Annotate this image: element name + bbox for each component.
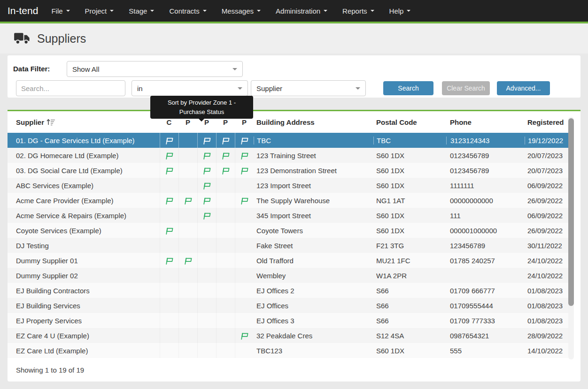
search-button[interactable]: Search	[383, 81, 433, 95]
cell-flag-p3	[216, 253, 235, 268]
flag-icon	[202, 137, 211, 145]
caret-down-icon	[407, 10, 410, 12]
table-row[interactable]: DJ TestingFake StreetF21 3TG12345678930/…	[8, 238, 568, 253]
cell-phone: 01709555444	[446, 302, 525, 310]
cell-supplier: EJ Property Services	[8, 317, 160, 325]
table-row[interactable]: EZ Care Ltd (Example)TBC123S60 1DX55514/…	[8, 343, 568, 358]
nav-menu-administration[interactable]: Administration	[268, 0, 335, 23]
cell-address: 123 Demonstration Street	[254, 167, 373, 175]
cell-postal: S66	[373, 317, 446, 325]
nav-menu-label: Messages	[222, 7, 254, 15]
cell-postal: S60 1DX	[373, 347, 446, 355]
table-header-row: SupplierCPPPPBuilding AddressPostal Code…	[8, 111, 568, 133]
data-filter-value: Show All	[72, 65, 100, 73]
nav-menu-help[interactable]: Help	[382, 0, 418, 23]
table-row[interactable]: Dummy Supplier 02WembleyW1A 2PR24/10/202…	[8, 268, 568, 283]
cell-flag-p3	[216, 148, 235, 163]
nav-menu-project[interactable]: Project	[77, 0, 122, 23]
table-row[interactable]: Dummy Supplier 01Old TraffordMU21 1FC017…	[8, 253, 568, 268]
cell-flag-c	[160, 193, 178, 208]
flag-icon	[202, 167, 211, 175]
table-row[interactable]: 03. DG Social Care Ltd (Example)123 Demo…	[8, 163, 568, 178]
nav-menu-reports[interactable]: Reports	[335, 0, 382, 23]
cell-flag-p2	[197, 223, 216, 238]
table-row[interactable]: EJ Building ServicesEJ OfficesS660170955…	[8, 298, 568, 313]
caret-down-icon	[257, 10, 261, 12]
cell-flag-p4	[235, 328, 254, 343]
nav-menu-messages[interactable]: Messages	[214, 0, 268, 23]
cell-flag-p2	[197, 238, 216, 253]
cell-registered: 30/11/2022	[525, 242, 568, 250]
data-filter-select[interactable]: Show All	[67, 61, 243, 77]
cell-flag-p3	[216, 313, 235, 328]
search-field-value: Supplier	[256, 84, 282, 92]
table-row[interactable]: 01. DG - Care Services Ltd (Example)TBCT…	[8, 133, 568, 148]
cell-flag-p3	[216, 328, 235, 343]
table-row[interactable]: EJ Building ContractorsEJ Offices 2S6601…	[8, 283, 568, 298]
flag-icon	[165, 257, 174, 265]
cell-flag-p3	[216, 283, 235, 298]
cell-flag-p3	[216, 268, 235, 283]
cell-flag-p4	[235, 268, 254, 283]
cell-flag-c	[160, 253, 178, 268]
flag-icon	[240, 152, 249, 160]
flag-icon	[165, 137, 174, 145]
cell-flag-p1	[178, 133, 197, 148]
cell-flag-p1	[178, 208, 197, 223]
column-header-label: C	[167, 118, 172, 126]
column-header-supplier[interactable]: Supplier	[8, 118, 160, 126]
cell-flag-c	[160, 268, 178, 283]
column-header-registered[interactable]: Registered	[525, 118, 568, 126]
cell-flag-c	[160, 223, 178, 238]
cell-supplier: EJ Building Services	[8, 302, 160, 310]
search-field-select[interactable]: Supplier	[251, 80, 366, 96]
table-row[interactable]: 02. DG Homecare Ltd (Example)123 Trainin…	[8, 148, 568, 163]
app-brand[interactable]: In-tend	[8, 5, 38, 16]
cell-address: 123 Import Street	[254, 182, 373, 190]
cell-registered: 14/10/2022	[525, 347, 568, 355]
cell-postal: TBC	[373, 137, 446, 145]
clear-search-button[interactable]: Clear Search	[442, 81, 490, 95]
nav-menu-file[interactable]: File	[44, 0, 77, 23]
top-navbar: In-tend FileProjectStageContractsMessage…	[0, 0, 588, 23]
cell-flag-p4	[235, 343, 254, 358]
column-header-building-address[interactable]: Building Address	[254, 118, 373, 126]
cell-flag-p3	[216, 133, 235, 148]
suppliers-table-panel: SupplierCPPPPBuilding AddressPostal Code…	[8, 110, 580, 381]
cell-phone: 555	[446, 347, 525, 355]
cell-registered: 20/07/2023	[525, 152, 568, 160]
cell-flag-p1	[178, 223, 197, 238]
cell-postal: S12 4SA	[373, 332, 446, 340]
cell-supplier: ABC Services (Example)	[8, 182, 160, 190]
cell-postal: W1A 2PR	[373, 272, 446, 280]
cell-flag-p2	[197, 328, 216, 343]
cell-supplier: 01. DG - Care Services Ltd (Example)	[8, 137, 160, 145]
cell-address: EJ Offices	[254, 302, 373, 310]
cell-flag-p2	[197, 133, 216, 148]
table-scrollbar-track[interactable]	[568, 117, 574, 359]
flag-icon	[240, 137, 249, 145]
table-row[interactable]: EJ Property ServicesEJ Offices 3S6601709…	[8, 313, 568, 328]
caret-down-icon	[203, 10, 207, 12]
cell-phone: 01709 777333	[446, 317, 525, 325]
column-header-postal-code[interactable]: Postal Code	[373, 118, 446, 126]
table-row[interactable]: Coyote Services (Example)Coyote TowersS6…	[8, 223, 568, 238]
table-row[interactable]: Acme Service & Repairs (Example)345 Impo…	[8, 208, 568, 223]
table-row[interactable]: EZ Care 4 U (Example)32 Peakdale CresS12…	[8, 328, 568, 343]
cell-postal: MU21 1FC	[373, 257, 446, 265]
nav-menu-bar: FileProjectStageContractsMessagesAdminis…	[44, 0, 418, 23]
cell-phone: 00000000000	[446, 197, 525, 205]
cell-flag-p3	[216, 238, 235, 253]
nav-menu-contracts[interactable]: Contracts	[162, 0, 214, 23]
table-row[interactable]: Acme Care Provider (Example)The Supply W…	[8, 193, 568, 208]
cell-flag-c	[160, 178, 178, 193]
column-header-label: Supplier	[16, 118, 44, 126]
search-input[interactable]	[16, 80, 125, 96]
advanced-button[interactable]: Advanced...	[497, 81, 550, 95]
cell-flag-p2	[197, 208, 216, 223]
search-operator-select[interactable]: in	[132, 80, 248, 96]
table-scrollbar-thumb[interactable]	[568, 118, 574, 306]
column-header-phone[interactable]: Phone	[446, 118, 525, 126]
table-row[interactable]: ABC Services (Example)123 Import StreetS…	[8, 178, 568, 193]
nav-menu-stage[interactable]: Stage	[121, 0, 162, 23]
